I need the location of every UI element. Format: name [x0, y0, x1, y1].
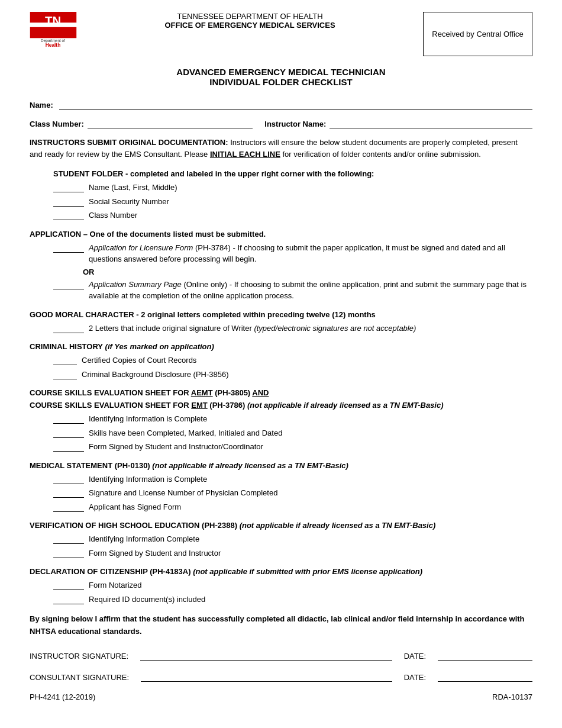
check-blank-crim1[interactable]: [53, 356, 77, 365]
check-blank-v1[interactable]: [53, 534, 84, 544]
affirm-statement: By signing below I affirm that the stude…: [30, 613, 532, 638]
class-number-input-line[interactable]: [88, 118, 253, 128]
logo-area: TN Department of Health: [30, 12, 77, 47]
check-blank-moral[interactable]: [53, 324, 84, 333]
instructor-name-input-line[interactable]: [330, 118, 532, 128]
check-blank-app2[interactable]: [53, 280, 84, 289]
list-item: Applicant has Signed Form: [30, 501, 532, 513]
instructions-underline-bold: INITIAL EACH LINE: [210, 150, 280, 159]
list-item: Required ID document(s) included: [30, 594, 532, 605]
check-blank-crim2[interactable]: [53, 370, 77, 379]
ms-item-2: Signature and License Number of Physicia…: [89, 487, 532, 499]
medical-statement-section: MEDICAL STATEMENT (PH-0130) (not applica…: [30, 461, 532, 513]
instructor-date-label: DATE:: [404, 652, 426, 661]
name-row: Name:: [30, 99, 532, 109]
good-moral-bold: GOOD MORAL CHARACTER: [30, 310, 134, 319]
check-blank-ms1[interactable]: [53, 475, 84, 484]
consultant-signature-row: CONSULTANT SIGNATURE: DATE:: [30, 671, 532, 682]
received-label: Received by Central Office: [432, 30, 523, 38]
check-blank-v2[interactable]: [53, 549, 84, 558]
course-skills-section: COURSE SKILLS EVALUATION SHEET FOR AEMT …: [30, 388, 532, 453]
d-item-2: Required ID document(s) included: [89, 594, 532, 605]
form-number: PH-4241 (12-2019): [30, 692, 95, 701]
v-item-1: Identifying Information Complete: [89, 533, 532, 545]
check-blank-d2[interactable]: [53, 595, 84, 604]
list-item: Certified Copies of Court Records: [30, 355, 532, 366]
title-line1: ADVANCED EMERGENCY MEDICAL TECHNICIAN: [30, 67, 532, 77]
list-item: Identifying Information is Complete: [30, 413, 532, 425]
criminal-italic: (if Yes marked on application): [103, 342, 214, 351]
check-blank-ms2[interactable]: [53, 488, 84, 498]
svg-rect-3: [30, 27, 76, 38]
list-item: Form Signed by Student and Instructor/Co…: [30, 441, 532, 453]
list-item: Name (Last, First, Middle): [30, 182, 532, 194]
check-blank-ms3[interactable]: [53, 502, 84, 512]
student-folder-title: STUDENT FOLDER - completed and labeled i…: [30, 169, 532, 178]
list-item: Identifying Information Complete: [30, 533, 532, 545]
check-blank-1[interactable]: [53, 183, 84, 192]
application-title-bold: APPLICATION: [30, 230, 81, 239]
consultant-date-line[interactable]: [438, 671, 532, 682]
instructions-block: INSTRUCTORS SUBMIT ORIGINAL DOCUMENTATIO…: [30, 137, 532, 160]
good-moral-section: GOOD MORAL CHARACTER - 2 original letter…: [30, 310, 532, 334]
ms-item-1: Identifying Information is Complete: [89, 473, 532, 485]
header-center-text: TENNESSEE DEPARTMENT OF HEALTH OFFICE OF…: [77, 12, 423, 30]
name-label: Name:: [30, 101, 53, 109]
list-item: Identifying Information is Complete: [30, 473, 532, 485]
or-line: OR: [30, 268, 532, 276]
declaration-section: DECLARATION OF CITIZENSHIP (PH-4183A) (n…: [30, 567, 532, 605]
document-footer: PH-4241 (12-2019) RDA-10137: [30, 692, 532, 701]
name-input-line[interactable]: [59, 99, 532, 109]
dept-office: OFFICE OF EMERGENCY MEDICAL SERVICES: [89, 21, 411, 30]
rda-number: RDA-10137: [492, 692, 532, 701]
tn-health-logo: TN Department of Health: [30, 12, 77, 47]
student-folder-section: STUDENT FOLDER - completed and labeled i…: [30, 169, 532, 221]
class-instructor-row: Class Number: Instructor Name:: [30, 118, 532, 128]
check-blank-d1[interactable]: [53, 581, 84, 590]
page-header: TN Department of Health TENNESSEE DEPART…: [30, 12, 532, 56]
application-section: APPLICATION – One of the documents liste…: [30, 230, 532, 302]
course-skills-title2: COURSE SKILLS EVALUATION SHEET FOR EMT (…: [30, 401, 532, 410]
list-item: Application Summary Page (Online only) -…: [30, 279, 532, 302]
list-item: Application for Licensure Form (PH-3784)…: [30, 242, 532, 265]
folder-item-3: Class Number: [89, 210, 532, 221]
d-item-1: Form Notarized: [89, 579, 532, 591]
check-blank-app1[interactable]: [53, 243, 84, 253]
class-number-part: Class Number:: [30, 118, 253, 128]
application-title: APPLICATION – One of the documents liste…: [30, 230, 532, 239]
check-blank-3[interactable]: [53, 211, 84, 220]
cs-item-1: Identifying Information is Complete: [89, 413, 532, 425]
good-moral-title: GOOD MORAL CHARACTER - 2 original letter…: [30, 310, 532, 319]
consultant-sig-line[interactable]: [141, 671, 392, 682]
check-blank-cs1[interactable]: [53, 414, 84, 424]
app-item-2: Application Summary Page (Online only) -…: [89, 279, 532, 302]
instructor-name-label: Instructor Name:: [264, 120, 326, 128]
list-item: Class Number: [30, 210, 532, 221]
check-blank-2[interactable]: [53, 197, 84, 207]
list-item: Social Security Number: [30, 196, 532, 208]
ms-item-3: Applicant has Signed Form: [89, 501, 532, 513]
app-item-1: Application for Licensure Form (PH-3784)…: [89, 242, 532, 265]
folder-item-2: Social Security Number: [89, 196, 532, 208]
folder-item-1: Name (Last, First, Middle): [89, 182, 532, 194]
list-item: Signature and License Number of Physicia…: [30, 487, 532, 499]
instructor-date-line[interactable]: [438, 650, 532, 661]
check-blank-cs3[interactable]: [53, 442, 84, 452]
check-blank-cs2[interactable]: [53, 429, 84, 438]
application-title-dash: – One of the documents listed must be su…: [81, 230, 266, 239]
dept-name: TENNESSEE DEPARTMENT OF HEALTH: [89, 12, 411, 21]
criminal-bold: CRIMINAL HISTORY: [30, 342, 103, 351]
course-skills-title1: COURSE SKILLS EVALUATION SHEET FOR AEMT …: [30, 388, 532, 397]
instructions-bold: INSTRUCTORS SUBMIT ORIGINAL DOCUMENTATIO…: [30, 138, 228, 147]
list-item: Criminal Background Disclosure (PH-3856): [30, 369, 532, 381]
consultant-sig-label: CONSULTANT SIGNATURE:: [30, 673, 129, 682]
document-title: ADVANCED EMERGENCY MEDICAL TECHNICIAN IN…: [30, 67, 532, 87]
consultant-date-label: DATE:: [404, 673, 426, 682]
list-item: Form Notarized: [30, 579, 532, 591]
verification-section: VERIFICATION OF HIGH SCHOOL EDUCATION (P…: [30, 521, 532, 559]
instructor-sig-line[interactable]: [140, 650, 392, 661]
verification-title: VERIFICATION OF HIGH SCHOOL EDUCATION (P…: [30, 521, 532, 530]
list-item: Skills have been Completed, Marked, Init…: [30, 427, 532, 439]
declaration-title: DECLARATION OF CITIZENSHIP (PH-4183A) (n…: [30, 567, 532, 576]
instructor-name-part: Instructor Name:: [264, 118, 532, 128]
